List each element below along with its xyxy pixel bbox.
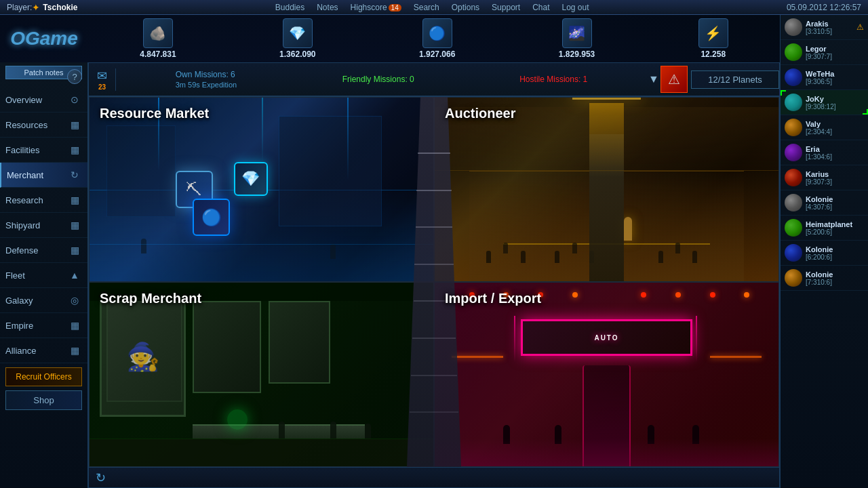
mission-dropdown[interactable]: ▼: [647, 73, 660, 85]
player-name-text: WeTeHa: [806, 70, 864, 78]
sidebar-galaxy-label: Galaxy: [5, 296, 64, 306]
energy-icon: ⚡: [698, 18, 728, 48]
player-coords: [7:310:6]: [806, 279, 864, 286]
nav-chat[interactable]: Chat: [532, 3, 549, 12]
metal-resource: 🪨 4.847.831: [140, 18, 176, 59]
nav-logout[interactable]: Log out: [562, 3, 589, 12]
player-coords: [9:308:12]: [806, 103, 864, 110]
scrap-merchant-section[interactable]: 🧙 Scrap Merchant: [89, 282, 434, 467]
datetime: 05.09.2012 12:26:57: [780, 3, 868, 12]
merchant-bottom-bar: ↻: [89, 467, 779, 487]
player-entry[interactable]: Kolonie[7:310:6]: [781, 266, 868, 291]
player-entry[interactable]: Kolonie[6:200:6]: [781, 241, 868, 266]
mission-bar: ✉ 23 Own Missions: 6 3m 59s Expedition F…: [88, 62, 780, 96]
darkmatter-icon: 🌌: [562, 18, 592, 48]
player-entry[interactable]: Valy[2:304:4]: [781, 115, 868, 140]
hostile-missions-label: Hostile Missions: 1: [519, 75, 587, 84]
darkmatter-value: 1.829.953: [559, 49, 595, 59]
player-entry[interactable]: Karius[9:307:3]: [781, 165, 868, 190]
missions-info: Own Missions: 6 3m 59s Expedition Friend…: [116, 70, 647, 89]
sidebar-item-shipyard[interactable]: Shipyard ▦: [0, 213, 87, 238]
import-export-section[interactable]: AUTO: [434, 282, 779, 467]
player-name-text: Kolonie: [806, 245, 864, 253]
player-entry[interactable]: Kolonie[4:307:6]: [781, 190, 868, 216]
player-planet-icon: [785, 43, 802, 61]
player-entry[interactable]: Arakis[3:310:5]⚠: [781, 15, 868, 40]
merchant-icon: ↻: [67, 167, 82, 182]
player-planet-icon: [785, 194, 802, 211]
sidebar: Patch notes ? Overview ⊙ Resources ▦ Fac…: [0, 62, 88, 488]
highlight-corner-br: [863, 109, 868, 115]
refresh-button[interactable]: ↻: [96, 470, 106, 485]
nav-buddies[interactable]: Buddies: [275, 3, 304, 12]
nav-support[interactable]: Support: [492, 3, 520, 12]
help-button[interactable]: ?: [67, 69, 82, 84]
player-name-text: Karius: [806, 170, 864, 178]
player-entry[interactable]: Heimatplanet[5:200:6]: [781, 216, 868, 241]
sidebar-item-overview[interactable]: Overview ⊙: [0, 87, 87, 113]
player-entry[interactable]: Eria[1:304:6]: [781, 140, 868, 165]
alliance-icon: ▦: [67, 343, 82, 358]
sidebar-item-resources[interactable]: Resources ▦: [0, 113, 87, 138]
player-planet-icon: [785, 144, 802, 161]
sidebar-item-merchant[interactable]: Merchant ↻: [0, 163, 87, 188]
player-info: Player: ✦ Tschokie: [0, 2, 85, 13]
shop-button[interactable]: Shop: [5, 390, 82, 410]
mission-timer: 3m 59s Expedition: [176, 81, 237, 89]
player-coords: [3:310:5]: [806, 28, 853, 35]
player-planet-icon: [785, 219, 802, 237]
sidebar-defense-label: Defense: [5, 245, 64, 256]
nav-search[interactable]: Search: [414, 3, 439, 12]
deuterium-icon: 🔵: [422, 18, 452, 48]
player-entry[interactable]: JoKy[9:308:12]: [781, 90, 868, 115]
message-icon: ✉: [97, 68, 107, 83]
player-coords: [4:307:6]: [806, 203, 864, 211]
message-count: 23: [98, 83, 106, 91]
top-nav-links: Buddies Notes Highscore14 Search Options…: [85, 3, 780, 12]
nav-notes[interactable]: Notes: [317, 3, 338, 12]
resource-market-section[interactable]: ⛏ 💎 🔵 Resource Market: [89, 97, 434, 282]
nav-highscore[interactable]: Highscore14: [351, 3, 401, 12]
player-entry[interactable]: WeTeHa[9:306:5]: [781, 65, 868, 90]
recruit-officers-button[interactable]: Recruit Officers: [5, 367, 82, 386]
auctioneer-title: Auctioneer: [445, 106, 515, 121]
import-export-title: Import / Export: [445, 291, 541, 306]
sidebar-item-fleet[interactable]: Fleet ▲: [0, 263, 87, 288]
highlight-corner-tl: [781, 90, 786, 96]
research-icon: ▦: [67, 192, 82, 207]
resources-icon: ▦: [67, 117, 82, 132]
sidebar-item-research[interactable]: Research ▦: [0, 188, 87, 213]
player-planet-icon: [785, 68, 802, 86]
sidebar-alliance-label: Alliance: [5, 346, 64, 356]
scrap-merchant-title: Scrap Merchant: [100, 291, 201, 306]
player-name-text: Valy: [806, 120, 864, 128]
player-name-text: Eria: [806, 145, 864, 153]
sidebar-item-alliance[interactable]: Alliance ▦: [0, 338, 87, 363]
merchant-grid: ⛏ 💎 🔵 Resource Market: [89, 97, 779, 467]
galaxy-icon: ◎: [67, 293, 82, 308]
message-area[interactable]: ✉ 23: [89, 68, 116, 91]
deuterium-value: 1.927.066: [419, 49, 455, 59]
player-planet-icon: [785, 269, 802, 287]
hostile-missions: Hostile Missions: 1: [519, 75, 587, 84]
sidebar-research-label: Research: [5, 195, 64, 205]
sidebar-item-facilities[interactable]: Facilities ▦: [0, 138, 87, 163]
sidebar-fleet-label: Fleet: [5, 270, 64, 281]
player-entry[interactable]: Legor[9:307:7]: [781, 40, 868, 65]
sidebar-item-galaxy[interactable]: Galaxy ◎: [0, 288, 87, 313]
darkmatter-resource: 🌌 1.829.953: [559, 18, 595, 59]
alert-icon[interactable]: ⚠: [660, 66, 688, 93]
player-name-text: Heimatplanet: [806, 220, 864, 228]
own-missions: Own Missions: 6 3m 59s Expedition: [176, 70, 237, 89]
player-planet-icon: [785, 94, 802, 111]
player-coords: [1:304:6]: [806, 153, 864, 161]
sidebar-item-defense[interactable]: Defense ▦: [0, 238, 87, 263]
nav-options[interactable]: Options: [452, 3, 479, 12]
metal-icon: 🪨: [143, 18, 173, 48]
planets-info[interactable]: 12/12 Planets: [691, 70, 779, 89]
player-rank-icon: ✦: [32, 2, 40, 13]
main-content: ⛏ 💎 🔵 Resource Market: [88, 96, 780, 488]
sidebar-item-empire[interactable]: Empire ▦: [0, 313, 87, 338]
auctioneer-section[interactable]: Auctioneer: [434, 97, 779, 282]
player-coords: [6:200:6]: [806, 253, 864, 261]
